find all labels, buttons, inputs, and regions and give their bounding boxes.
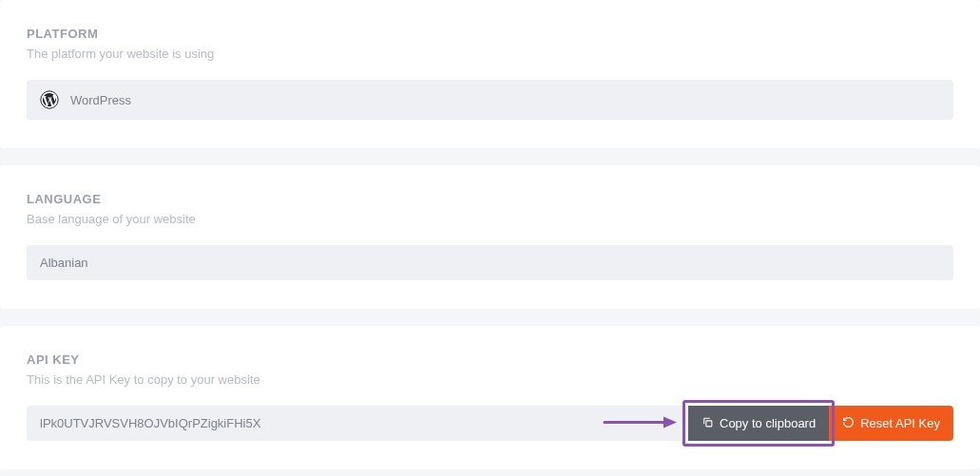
language-card: LANGUAGE Base language of your website A… bbox=[0, 165, 980, 309]
platform-value: WordPress bbox=[70, 93, 131, 107]
svg-rect-3 bbox=[706, 420, 712, 426]
api-key-description: This is the API Key to copy to your webs… bbox=[27, 372, 953, 387]
platform-card: PLATFORM The platform your website is us… bbox=[0, 0, 980, 148]
platform-title: PLATFORM bbox=[27, 27, 953, 41]
api-key-title: API KEY bbox=[27, 352, 953, 367]
api-key-card: API KEY This is the API Key to copy to y… bbox=[0, 326, 980, 469]
reset-api-key-button[interactable]: Reset API Key bbox=[829, 406, 953, 441]
platform-field[interactable]: WordPress bbox=[27, 80, 953, 120]
reset-button-label: Reset API Key bbox=[860, 416, 940, 430]
reset-icon bbox=[842, 416, 855, 431]
language-field[interactable]: Albanian bbox=[27, 245, 953, 280]
api-key-value: lPk0UTVJRVSVH8OJVbIQrPZigkiFHi5X bbox=[40, 416, 260, 430]
language-title: LANGUAGE bbox=[27, 192, 953, 206]
copy-icon bbox=[701, 416, 714, 431]
platform-description: The platform your website is using bbox=[27, 47, 953, 61]
api-key-row: lPk0UTVJRVSVH8OJVbIQrPZigkiFHi5X Cop bbox=[27, 406, 953, 441]
svg-marker-2 bbox=[663, 416, 677, 428]
language-description: Base language of your website bbox=[27, 212, 953, 226]
annotation-arrow bbox=[603, 414, 679, 432]
copy-button-label: Copy to clipboard bbox=[720, 416, 816, 430]
wordpress-icon bbox=[40, 90, 59, 109]
api-key-field[interactable]: lPk0UTVJRVSVH8OJVbIQrPZigkiFHi5X bbox=[27, 406, 688, 441]
language-value: Albanian bbox=[40, 256, 88, 270]
copy-to-clipboard-button[interactable]: Copy to clipboard bbox=[688, 406, 829, 441]
